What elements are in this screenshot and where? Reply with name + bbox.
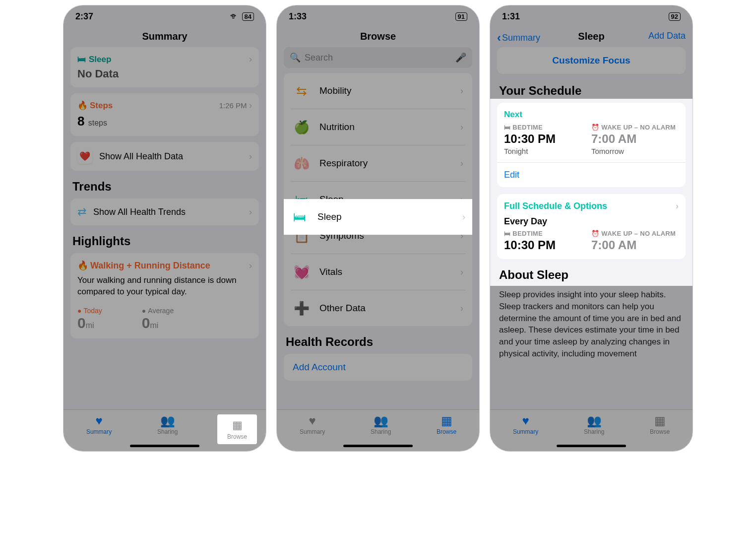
heart-icon: ❤️ [77,149,92,164]
screen-browse: 🛏 Sleep › 1:33 91 Browse 🔍 Search 🎤 ⇆Mob… [276,5,480,452]
screen-summary: ▦ Browse 2:37 ᯤ 84 Summary 🛏Sleep › No D… [63,5,266,452]
browse-item-nutrition[interactable]: 🍏Nutrition› [291,109,465,145]
browse-item-sleep-highlighted[interactable]: 🛏 Sleep › [284,199,472,235]
tab-summary[interactable]: ♥Summary [300,414,325,451]
page-title: Summary [142,31,187,42]
bed-icon: 🛏 [291,208,309,226]
highlight-card[interactable]: 🔥Walking + Running Distance › Your walki… [70,253,259,338]
browse-item-respiratory[interactable]: 🫁Respiratory› [291,145,465,182]
flame-icon: 🔥 [77,260,88,271]
clock: 1:33 [289,11,307,22]
chevron-right-icon: › [460,158,463,169]
browse-item-vitals[interactable]: 💓Vitals› [291,254,465,290]
bed-icon: 🛏 [504,124,510,131]
next-label: Next [504,110,679,120]
battery-icon: 91 [455,12,467,21]
show-all-trends-button[interactable]: ⇄ Show All Health Trends › [70,199,259,225]
status-bar: 2:37 ᯤ 84 [63,5,266,24]
highlights-title: Highlights [72,234,257,248]
heart-fill-icon: ♥ [309,414,315,427]
battery-icon: 84 [242,12,254,21]
page-title: Browse [360,31,396,42]
browse-item-other[interactable]: ➕Other Data› [291,290,465,326]
people-icon: 👥 [160,414,175,427]
plus-icon: ➕ [293,299,311,317]
bed-icon: 🛏 [504,230,510,237]
flame-icon: 🔥 [77,100,88,111]
grid-icon: ▦ [441,414,452,427]
bedtime-value: 10:30 PM [504,132,591,146]
show-all-health-button[interactable]: ❤️ Show All Health Data › [70,142,259,171]
alarm-icon: ⏰ [591,230,599,237]
heartbeat-icon: 💓 [293,263,311,281]
sleep-card[interactable]: 🛏Sleep › No Data [70,47,259,87]
trends-title: Trends [72,180,257,194]
mic-icon[interactable]: 🎤 [455,52,466,63]
chevron-right-icon: › [249,261,252,271]
every-day-label: Every Day [504,216,679,227]
bed-icon: 🛏 [77,55,86,65]
chevron-right-icon: › [676,201,679,211]
browse-grid-icon: ▦ [232,419,243,432]
search-icon: 🔍 [290,52,301,63]
chevron-right-icon: › [462,212,465,222]
clock: 2:37 [75,11,93,22]
apple-icon: 🍏 [293,118,311,136]
full-schedule-button[interactable]: Full Schedule & Options › [504,201,679,211]
add-account-button[interactable]: Add Account [291,354,465,381]
health-records-title: Health Records [286,335,470,349]
people-icon: 👥 [374,414,388,427]
chevron-right-icon: › [460,122,463,133]
wifi-icon: ᯤ [230,11,239,22]
sleep-nodata: No Data [77,67,252,80]
browse-item-mobility[interactable]: ⇆Mobility› [291,73,465,109]
alarm-icon: ⏰ [591,124,599,131]
edit-button[interactable]: Edit [504,170,679,180]
full-schedule-card[interactable]: Full Schedule & Options › Every Day 🛏BED… [497,194,686,259]
home-indicator [130,445,199,447]
search-input[interactable]: 🔍 Search 🎤 [284,47,472,68]
chevron-right-icon: › [460,303,463,314]
chevron-right-icon: › [249,151,252,162]
chevron-right-icon: › [249,54,252,65]
navbar: Summary [63,24,266,47]
trends-icon: ⇄ [77,205,86,218]
chevron-right-icon: › [249,100,252,110]
status-bar: 1:33 91 [277,5,479,24]
tab-summary[interactable]: ♥Summary [86,414,112,451]
next-schedule-card: Next 🛏BEDTIME 10:30 PM Tonight ⏰WAKE UP … [497,103,686,187]
tab-browse[interactable]: ▦Browse [437,414,456,451]
lungs-icon: 🫁 [293,154,311,172]
chevron-right-icon: › [460,86,463,96]
chevron-right-icon: › [249,207,252,217]
mobility-icon: ⇆ [293,82,311,100]
heart-fill-icon: ♥ [95,414,102,427]
screen-sleep-detail: 1:31 92 ‹Summary Sleep Add Data Customiz… [490,5,693,452]
about-sleep-title: About Sleep [499,268,684,282]
steps-card[interactable]: 🔥Steps 1:26 PM › 8 steps [70,93,259,136]
chevron-right-icon: › [460,267,463,277]
tab-browse-highlighted[interactable]: ▦ Browse [217,414,257,444]
home-indicator [343,445,413,447]
navbar: Browse [277,24,479,47]
wakeup-value: 7:00 AM [591,132,679,146]
